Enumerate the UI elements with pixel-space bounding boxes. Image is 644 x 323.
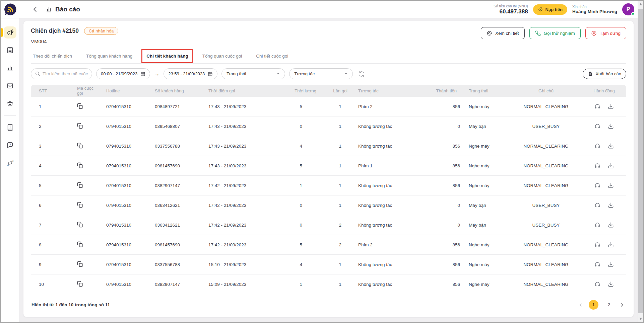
download-icon[interactable] [608, 163, 614, 169]
table-row: 8 0794015310 0981457690 17:42 - 21/09/20… [31, 235, 626, 255]
status-select[interactable]: Trạng thái [221, 68, 285, 79]
sidebar-item-reports[interactable] [4, 62, 16, 74]
topup-button[interactable]: $ Nạp tiền [533, 4, 567, 15]
page-button-2[interactable]: 2 [604, 300, 614, 310]
help-icon: ? [6, 142, 14, 149]
test-call-label: Gọi thử nghiệm [544, 31, 575, 36]
copy-call-id-button[interactable] [77, 123, 83, 129]
basket-icon [6, 100, 14, 107]
copy-call-id-button[interactable] [77, 261, 83, 267]
listen-recording-icon[interactable] [594, 202, 600, 208]
back-button[interactable] [31, 6, 39, 13]
copy-call-id-button[interactable] [77, 281, 83, 287]
copy-call-id-button[interactable] [77, 162, 83, 168]
listen-recording-icon[interactable] [594, 182, 600, 188]
scrollbar-thumb[interactable] [638, 9, 643, 313]
sidebar-item-integrations[interactable] [4, 80, 16, 92]
view-detail-label: Xem chi tiết [495, 31, 519, 36]
download-icon[interactable] [608, 261, 614, 267]
download-icon[interactable] [608, 182, 614, 188]
page-button-1[interactable]: 1 [589, 300, 598, 310]
tab-call-detail[interactable]: Chi tiết cuộc gọi [255, 50, 289, 63]
campaign-info: Chiến dịch #2150 Cá nhân hóa VM004 [31, 27, 118, 44]
avatar[interactable]: P [622, 3, 634, 15]
copy-call-id-button[interactable] [77, 143, 83, 149]
cell-customer: 0981457690 [148, 163, 202, 168]
sidebar-item-campaigns[interactable] [4, 26, 16, 38]
vertical-scrollbar[interactable] [638, 1, 643, 322]
user-name: Hoàng Minh Phương [572, 9, 617, 14]
cell-actions [582, 123, 626, 129]
export-report-label: Xuất báo cáo [595, 71, 621, 76]
listen-recording-icon[interactable] [594, 281, 600, 287]
download-icon[interactable] [608, 202, 614, 208]
download-icon[interactable] [608, 242, 614, 248]
test-call-button[interactable]: Gọi thử nghiệm [529, 27, 581, 39]
download-icon[interactable] [608, 143, 614, 149]
listen-recording-icon[interactable] [594, 163, 600, 169]
listen-recording-icon[interactable] [594, 103, 600, 109]
cell-stt: 3 [31, 144, 61, 149]
version-switch-icon: v3 v2 [6, 159, 14, 167]
sidebar-item-help[interactable]: ? [4, 139, 16, 151]
sidebar-item-docs-guide[interactable] [4, 122, 16, 134]
next-page-icon[interactable] [620, 303, 624, 307]
interaction-select[interactable]: Tương tác [289, 68, 353, 79]
sidebar-item-marketplace[interactable] [4, 97, 16, 109]
listen-recording-icon[interactable] [594, 242, 600, 248]
copy-icon [77, 143, 83, 149]
tab-customer-detail-label: Chi tiết khách hàng [146, 54, 188, 59]
status-select-value: Trạng thái [227, 71, 246, 76]
scrollbar-down-arrow[interactable] [639, 318, 642, 320]
cell-attempts: 1 [319, 183, 351, 188]
download-icon[interactable] [608, 281, 614, 287]
copy-call-id-button[interactable] [77, 202, 83, 208]
tab-call-overview[interactable]: Tổng quan cuộc gọi [202, 50, 243, 63]
calendar-icon [208, 71, 213, 76]
cell-call-id [61, 123, 100, 130]
refresh-icon[interactable] [358, 71, 365, 77]
cell-call-id [61, 281, 100, 288]
table-body: 1 0794015310 0984897721 17:43 - 21/09/20… [31, 97, 626, 294]
date-from-picker[interactable]: 00:00 - 21/09/2023 [96, 68, 150, 79]
scrollbar-up-arrow[interactable] [639, 3, 642, 5]
pause-button[interactable]: Tạm dừng [585, 27, 626, 39]
copy-call-id-button[interactable] [77, 182, 83, 188]
app-window: Báo cáo Số tiền còn lại (VND) 60.497.388… [0, 0, 644, 323]
copy-icon [77, 222, 83, 228]
download-icon[interactable] [608, 103, 614, 109]
prev-page-icon[interactable] [578, 303, 583, 307]
copy-call-id-button[interactable] [77, 241, 83, 247]
export-report-button[interactable]: Xuất báo cáo [583, 69, 626, 79]
listen-recording-icon[interactable] [594, 143, 600, 149]
sidebar-item-version-switch[interactable]: v3 v2 [4, 157, 16, 169]
report-tabs: Theo dõi chiến dịch Tổng quan khách hàng… [31, 50, 626, 64]
cell-call-time: 15:10 - 21/09/2023 [202, 262, 270, 267]
copy-call-id-button[interactable] [77, 103, 83, 109]
cell-stt: 6 [31, 203, 61, 208]
cell-call-time: 17:42 - 21/09/2023 [202, 183, 270, 188]
cell-call-time: 17:43 - 21/09/2023 [202, 104, 270, 109]
tab-campaign-tracking[interactable]: Theo dõi chiến dịch [32, 50, 73, 63]
date-to-picker[interactable]: 23:59 - 21/09/2023 [164, 68, 217, 79]
tab-customer-overview[interactable]: Tổng quan khách hàng [85, 50, 133, 63]
brand-logo-icon[interactable] [4, 3, 17, 16]
cell-amount: 856 [423, 183, 461, 188]
topbar-right: Số tiền còn lại (VND) 60.497.388 $ Nạp t… [494, 3, 638, 15]
code-box-icon [6, 82, 14, 89]
view-detail-button[interactable]: Xem chi tiết [481, 27, 525, 39]
campaign-report-card: Chiến dịch #2150 Cá nhân hóa VM004 Xem c… [23, 21, 634, 317]
cell-customer: 0363412621 [148, 203, 202, 208]
listen-recording-icon[interactable] [594, 261, 600, 267]
copy-call-id-button[interactable] [77, 222, 83, 228]
cell-note: NORMAL_CLEARING [510, 183, 582, 188]
download-icon[interactable] [608, 222, 614, 228]
tab-customer-detail[interactable]: Chi tiết khách hàng [146, 50, 189, 63]
download-icon[interactable] [608, 123, 614, 129]
listen-recording-icon[interactable] [594, 222, 600, 228]
sidebar-item-documents[interactable] [4, 44, 16, 56]
listen-recording-icon[interactable] [594, 123, 600, 129]
pause-circle-icon [591, 30, 597, 36]
cell-attempts: 1 [319, 163, 351, 168]
cell-stt: 9 [31, 262, 61, 267]
